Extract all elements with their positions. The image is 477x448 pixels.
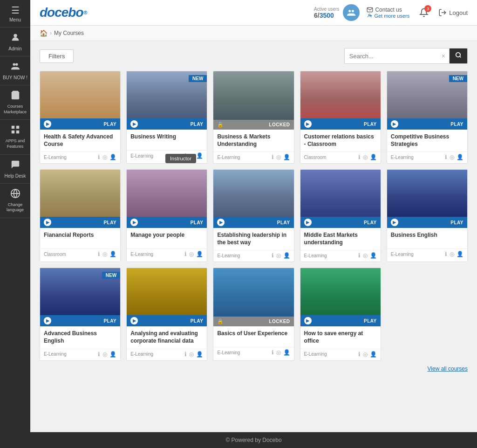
settings-icon[interactable]: ◎ [276, 252, 281, 259]
settings-icon[interactable]: ◎ [102, 154, 107, 160]
user-icon[interactable]: 👤 [109, 251, 116, 257]
play-bar[interactable]: ▶ PLAY [213, 217, 293, 228]
settings-icon[interactable]: ◎ [276, 154, 281, 160]
filters-button[interactable]: Filters [40, 49, 74, 63]
info-icon[interactable]: ℹ [272, 154, 274, 160]
play-bar[interactable]: ▶ PLAY [40, 217, 120, 228]
user-icon[interactable]: 👤 [370, 252, 377, 259]
play-bar[interactable]: ▶ PLAY [127, 217, 207, 228]
info-icon[interactable]: ℹ [358, 252, 361, 259]
course-title: Business & Markets Understanding [217, 133, 290, 148]
course-title: Business Writing [130, 133, 203, 146]
settings-icon[interactable]: ◎ [102, 251, 107, 257]
course-card-5[interactable]: NEW ▶ PLAY Competitive Business Strategi… [387, 71, 468, 164]
user-icon[interactable]: 👤 [283, 349, 290, 356]
sidebar-item-menu[interactable]: ☰ Menu [0, 0, 30, 28]
info-icon[interactable]: ℹ [184, 251, 187, 257]
course-meta: E-Learning ℹ ◎ 👤 [127, 150, 207, 162]
info-icon[interactable]: ℹ [184, 351, 187, 358]
settings-icon[interactable]: ◎ [363, 351, 368, 358]
sidebar-item-marketplace[interactable]: CoursesMarketplace [0, 85, 30, 120]
play-icon: ▶ [44, 120, 51, 128]
play-bar[interactable]: ▶ PLAY [40, 315, 120, 326]
info-icon[interactable]: ℹ [184, 152, 187, 159]
sidebar-item-help[interactable]: Help Desk [0, 155, 30, 184]
course-card-13[interactable]: 🔒 LOCKED Basics of User Experience E-Lea… [213, 268, 294, 360]
info-icon[interactable]: ℹ [272, 349, 274, 356]
course-card-8[interactable]: ▶ PLAY Establishing leadership in the be… [213, 169, 294, 262]
sidebar-item-admin[interactable]: Admin [0, 28, 30, 56]
info-icon[interactable]: ℹ [98, 351, 100, 358]
sidebar-item-label: Help Desk [4, 173, 26, 179]
course-card-2[interactable]: NEW ▶ PLAY Business Writing E-Learning ℹ… [126, 71, 207, 164]
info-icon[interactable]: ℹ [98, 251, 100, 257]
settings-icon[interactable]: ◎ [363, 252, 368, 259]
course-card-11[interactable]: NEW ▶ PLAY Advanced Business English E-L… [40, 268, 121, 360]
breadcrumb-current: My Courses [54, 30, 84, 36]
contact-us-button[interactable]: Contact us [367, 7, 409, 13]
settings-icon[interactable]: ◎ [102, 351, 107, 358]
user-icon[interactable]: 👤 [370, 154, 377, 160]
settings-icon[interactable]: ◎ [450, 154, 454, 160]
info-icon[interactable]: ℹ [358, 154, 361, 160]
user-icon[interactable]: 👤 [457, 154, 463, 160]
course-title: Health & Safety Advanced Course [44, 133, 116, 148]
course-card-12[interactable]: ▶ PLAY Analysing and evaluating corporat… [126, 268, 207, 360]
settings-icon[interactable]: ◎ [189, 251, 194, 257]
play-bar[interactable]: 🔒 LOCKED [213, 120, 293, 130]
user-icon[interactable]: 👤 [283, 154, 290, 160]
course-meta: E-Learning ℹ ◎ 👤 [213, 347, 293, 358]
play-bar[interactable]: ▶ PLAY [40, 118, 120, 130]
course-card-6[interactable]: ▶ PLAY Fianancial Reports Classroom ℹ ◎ … [40, 169, 121, 262]
sidebar-item-language[interactable]: Changelanguage [0, 184, 30, 218]
user-icon[interactable]: 👤 [196, 351, 203, 358]
course-card-7[interactable]: ▶ PLAY Manage your people E-Learning ℹ ◎… [126, 169, 207, 262]
info-icon[interactable]: ℹ [445, 154, 447, 160]
logout-button[interactable]: Logout [438, 8, 468, 17]
info-icon[interactable]: ℹ [272, 252, 274, 259]
course-card-3[interactable]: 🔒 LOCKED Business & Markets Understandin… [213, 71, 294, 164]
user-icon[interactable]: 👤 [196, 251, 203, 257]
course-card-9[interactable]: ▶ PLAY Middle East Markets understanding… [300, 169, 381, 262]
course-title: Establishing leadership in the best way [217, 232, 290, 246]
play-bar[interactable]: ▶ PLAY [127, 315, 207, 326]
user-icon[interactable]: 👤 [196, 152, 203, 159]
play-bar[interactable]: 🔒 LOCKED [213, 317, 293, 326]
settings-icon[interactable]: ◎ [189, 351, 194, 358]
home-link[interactable]: 🏠 [40, 29, 48, 37]
course-info: Manage your people [127, 228, 207, 248]
settings-icon[interactable]: ◎ [276, 349, 281, 356]
notifications-button[interactable]: 3 [416, 5, 431, 20]
search-clear-button[interactable]: × [438, 49, 450, 63]
play-bar[interactable]: ▶ PLAY [387, 217, 467, 228]
search-submit-button[interactable] [450, 48, 467, 63]
play-bar[interactable]: ▶ PLAY [300, 217, 381, 228]
user-icon[interactable]: 👤 [109, 351, 116, 358]
info-icon[interactable]: ℹ [98, 154, 100, 160]
settings-icon[interactable]: ◎ [450, 251, 454, 257]
info-icon[interactable]: ℹ [358, 351, 361, 358]
play-bar[interactable]: ▶ PLAY [300, 118, 381, 130]
course-card-1[interactable]: ▶ PLAY Health & Safety Advanced Course E… [40, 71, 121, 164]
course-card-14[interactable]: ▶ PLAY How to save energy at office E-Le… [300, 268, 381, 360]
sidebar-item-apps[interactable]: APPS andFeatures [0, 120, 30, 154]
play-bar[interactable]: ▶ PLAY [300, 315, 381, 326]
get-more-users-button[interactable]: Get more users [367, 13, 409, 19]
search-input[interactable] [345, 49, 438, 63]
user-icon[interactable]: 👤 [457, 251, 463, 257]
user-icon[interactable]: 👤 [283, 252, 290, 259]
menu-icon: ☰ [11, 5, 20, 16]
info-icon[interactable]: ℹ [445, 251, 447, 257]
course-card-4[interactable]: ▶ PLAY Customer relations basics - Class… [300, 71, 381, 164]
settings-icon[interactable]: ◎ [189, 152, 194, 159]
course-meta: E-Learning ℹ ◎ 👤 [387, 248, 467, 260]
course-card-10[interactable]: ▶ PLAY Business English E-Learning ℹ ◎ 👤 [387, 169, 468, 262]
settings-icon[interactable]: ◎ [363, 154, 368, 160]
course-thumbnail: ▶ PLAY [127, 268, 207, 326]
sidebar-item-buy-now[interactable]: BUY NOW ! [0, 56, 30, 85]
user-icon[interactable]: 👤 [109, 154, 116, 160]
play-bar[interactable]: ▶ PLAY [387, 118, 467, 130]
view-all-courses-link[interactable]: View all courses [428, 365, 468, 372]
play-bar[interactable]: ▶ PLAY [127, 118, 207, 130]
user-icon[interactable]: 👤 [370, 351, 377, 358]
